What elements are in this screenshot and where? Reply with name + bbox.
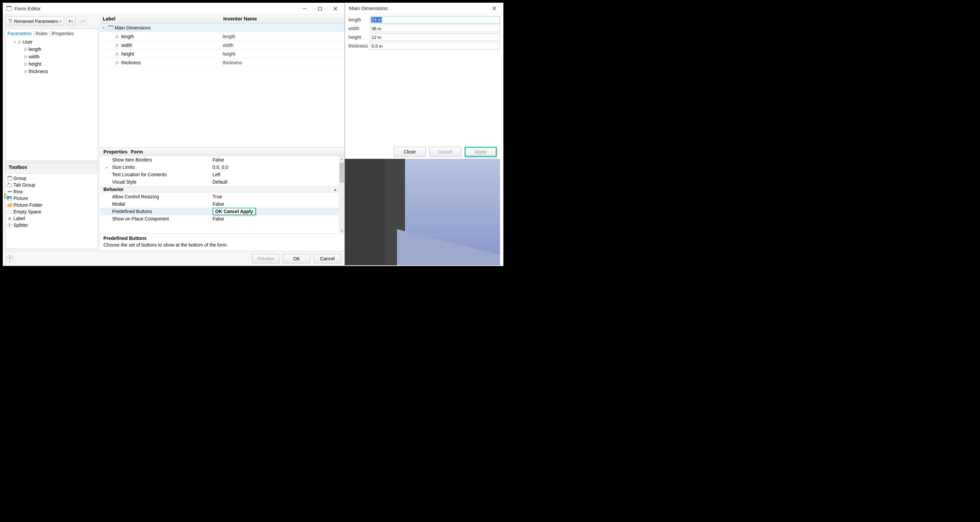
prop-modal[interactable]: ModalFalse [100, 200, 344, 208]
col-label: Label [100, 14, 221, 23]
scroll-down-icon[interactable]: ▾ [340, 228, 344, 233]
tree-node-user[interactable]: ▾ User [6, 38, 97, 46]
design-grid[interactable]: ▾ Main Dimensions lengthlength widthwidt… [100, 24, 344, 147]
collapse-icon: ▾ [103, 26, 107, 29]
design-row-length[interactable]: lengthlength [100, 32, 344, 41]
svg-rect-8 [8, 184, 12, 187]
prop-predefined-buttons[interactable]: Predefined ButtonsOK Cancel Apply [100, 208, 344, 215]
tab-parameters[interactable]: Parameters [7, 31, 32, 36]
fx-icon [116, 60, 118, 65]
svg-rect-16 [108, 26, 113, 27]
picture-folder-icon [7, 203, 12, 208]
form-icon [6, 6, 13, 12]
picture-icon [7, 196, 12, 201]
predefined-buttons-value[interactable]: OK Cancel Apply [213, 208, 256, 215]
design-label: Main Dimensions [115, 25, 151, 30]
design-grid-header: Label Inventor Name [100, 14, 344, 24]
properties-header: Properties Form [100, 148, 344, 156]
help-button[interactable]: ? [6, 255, 13, 262]
design-row-thickness[interactable]: thicknessthickness [100, 58, 344, 67]
label-icon: A [7, 216, 12, 221]
design-row-group[interactable]: ▾ Main Dimensions [100, 24, 344, 32]
toolbox-header: Toolbox [5, 162, 98, 172]
dialog-cancel-btn[interactable]: Cancel [429, 147, 461, 157]
parameters-tree[interactable]: ▾ User length width height thickness [5, 37, 98, 161]
minimize-button[interactable] [297, 4, 312, 14]
scroll-up-icon[interactable]: ▴ [340, 156, 344, 161]
tree-node-length[interactable]: length [6, 46, 97, 53]
prop-size-limits[interactable]: Size Limits0,0, 0,0 [100, 163, 344, 171]
toolbox-tab-group[interactable]: Tab Group [7, 182, 96, 188]
length-input[interactable]: 24 in [370, 16, 500, 24]
toolbox-label[interactable]: ALabel [7, 215, 96, 222]
renamed-parameters-dropdown[interactable]: Renamed Parameters ▾ [5, 16, 64, 26]
prop-visual-style[interactable]: Visual StyleDefault [100, 178, 344, 186]
scroll-thumb[interactable] [339, 163, 344, 183]
prop-text-location[interactable]: Text Location for ContentsLeft [100, 171, 344, 178]
length-label: length [348, 17, 367, 22]
tree-node-width[interactable]: width [6, 53, 97, 60]
fx-icon [24, 69, 27, 74]
tab-iproperties[interactable]: iProperties [51, 31, 74, 36]
preview-button[interactable]: Preview [252, 254, 280, 263]
undo-button[interactable] [66, 16, 76, 26]
tree-node-thickness[interactable]: thickness [6, 68, 97, 75]
toolbox-picture[interactable]: Picture [7, 195, 96, 202]
prop-category-behavior[interactable]: Behavior▴ [100, 186, 344, 193]
renamed-parameters-label: Renamed Parameters [14, 19, 58, 24]
thickness-input[interactable] [370, 42, 500, 49]
toolbox-splitter[interactable]: Splitter [7, 222, 96, 228]
dialog-apply-btn[interactable]: Apply [465, 147, 497, 157]
prop-allow-control-resizing[interactable]: Allow Control ResizingTrue [100, 193, 344, 200]
help-title: Predefined Buttons [103, 236, 341, 241]
dialog-close-button[interactable] [487, 3, 502, 13]
prop-show-on-place-component[interactable]: Show on Place ComponentFalse [100, 215, 344, 222]
cancel-button[interactable]: Cancel [313, 254, 341, 263]
design-row-width[interactable]: widthwidth [100, 41, 344, 49]
svg-rect-1 [7, 6, 11, 7]
group-icon [7, 176, 12, 180]
splitter-icon [7, 223, 12, 228]
properties-scrollbar[interactable]: ▴ ▾ [339, 156, 344, 233]
tree-node-height[interactable]: height [6, 60, 97, 68]
redo-button[interactable] [78, 16, 87, 26]
height-input[interactable] [370, 34, 500, 41]
tree-label: height [29, 61, 41, 67]
fx-icon [116, 43, 118, 48]
collapse-icon: ▾ [14, 40, 18, 44]
dialog-title: Main Dimensions [347, 5, 487, 11]
design-row-height[interactable]: heightheight [100, 49, 344, 58]
row-icon [7, 189, 12, 194]
editor-title: Form Editor [14, 6, 297, 11]
field-length: length 24 in [348, 16, 500, 24]
model-viewport[interactable] [345, 159, 500, 265]
thickness-label: thickness [348, 43, 367, 49]
help-text: Choose the set of buttons to show at the… [103, 242, 341, 247]
toolbox-row[interactable]: Row [7, 188, 96, 195]
properties-grid[interactable]: Show Item BordersFalse Size Limits0,0, 0… [100, 156, 344, 233]
fx-icon [24, 54, 27, 59]
prop-show-item-borders[interactable]: Show Item BordersFalse [100, 156, 344, 163]
toolbox-group[interactable]: Group [7, 175, 96, 182]
tree-label: User [22, 39, 32, 45]
height-label: height [348, 35, 367, 40]
tab-rules[interactable]: Rules [35, 31, 48, 36]
fx-icon [24, 61, 27, 67]
dialog-close-btn[interactable]: Close [394, 147, 426, 157]
svg-rect-7 [8, 176, 12, 177]
svg-rect-13 [8, 210, 12, 214]
empty-space-icon [7, 209, 12, 214]
close-button[interactable] [328, 4, 343, 14]
fx-icon [24, 46, 27, 52]
properties-help: Predefined Buttons Choose the set of but… [100, 233, 344, 251]
field-width: width [348, 25, 500, 32]
toolbox-empty-space[interactable]: Empty Space [7, 208, 96, 215]
ok-button[interactable]: OK [283, 254, 310, 263]
editor-titlebar: Form Editor [3, 3, 344, 14]
toolbox-list: Group Tab Group Row Picture Picture Fold… [5, 173, 98, 249]
toolbox-picture-folder[interactable]: Picture Folder [7, 202, 96, 208]
dialog-button-row: Close Cancel Apply [345, 144, 500, 160]
width-input[interactable] [370, 25, 500, 32]
maximize-button[interactable] [312, 4, 328, 14]
fx-icon [18, 39, 21, 45]
